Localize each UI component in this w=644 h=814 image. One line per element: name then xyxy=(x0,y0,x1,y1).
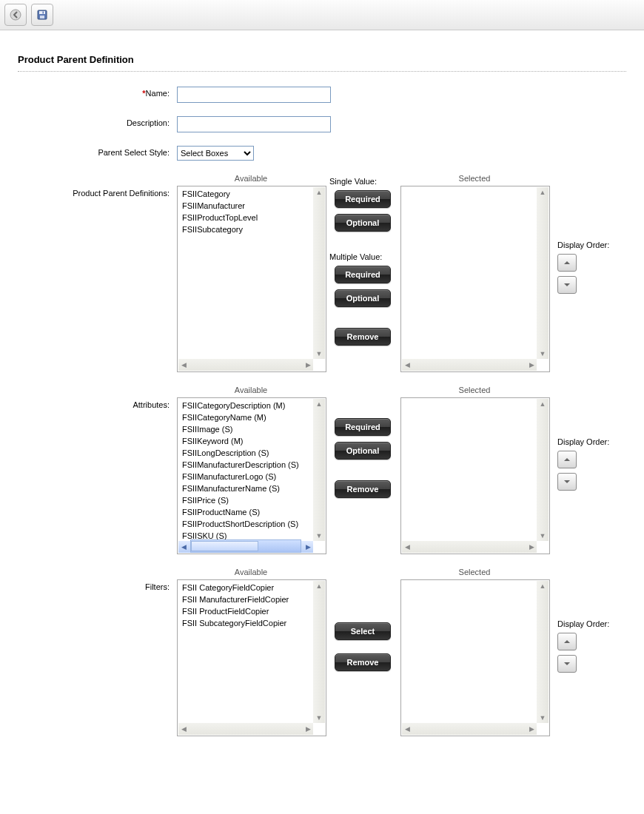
scroll-up-icon[interactable]: ▲ xyxy=(314,187,324,198)
filters-selected-list[interactable]: ▲▼ ◀▶ xyxy=(400,579,550,736)
ppd-order-up-button[interactable] xyxy=(557,254,577,272)
scroll-down-icon[interactable]: ▼ xyxy=(537,349,548,359)
list-item[interactable]: FSIIKeyword (M) xyxy=(182,435,312,447)
ppd-multi-optional-button[interactable]: Optional xyxy=(335,289,391,307)
attributes-available-title: Available xyxy=(177,386,325,394)
scrollbar-v[interactable]: ▲▼ xyxy=(537,581,549,723)
filters-available-title: Available xyxy=(177,568,325,576)
scroll-down-icon[interactable]: ▼ xyxy=(537,531,548,541)
list-item[interactable]: FSII CategoryFieldCopier xyxy=(182,582,312,593)
scroll-right-icon[interactable]: ▶ xyxy=(303,542,313,552)
scroll-right-icon[interactable]: ▶ xyxy=(303,724,313,734)
back-button[interactable] xyxy=(4,4,27,26)
filters-order-up-button[interactable] xyxy=(557,633,577,650)
scroll-down-icon[interactable]: ▼ xyxy=(314,531,324,541)
scroll-up-icon[interactable]: ▲ xyxy=(314,399,324,409)
scroll-left-icon[interactable]: ◀ xyxy=(402,360,412,370)
scrollbar-h[interactable]: ◀▶ xyxy=(178,359,313,371)
ppd-selected-title: Selected xyxy=(400,174,549,183)
chevron-down-icon xyxy=(563,478,571,485)
filters-select-button[interactable]: Select xyxy=(335,622,391,640)
list-item[interactable]: FSIICategoryDescription (M) xyxy=(182,400,312,411)
scroll-down-icon[interactable]: ▼ xyxy=(314,349,324,359)
scrollbar-v[interactable]: ▲▼ xyxy=(537,399,549,541)
list-item[interactable]: FSIIManufacturerDescription (S) xyxy=(182,459,312,471)
filters-order-col: Display Order: xyxy=(557,568,609,677)
ppd-multi-required-button[interactable]: Required xyxy=(335,266,391,283)
display-order-label: Display Order: xyxy=(557,437,609,446)
scroll-left-icon[interactable]: ◀ xyxy=(178,724,189,734)
ppd-single-optional-button[interactable]: Optional xyxy=(335,214,391,232)
list-item[interactable]: FSIIManufacturerLogo (S) xyxy=(182,471,312,482)
scroll-down-icon[interactable]: ▼ xyxy=(314,713,324,723)
parent-select-style-select[interactable]: Select Boxes xyxy=(177,146,254,161)
scroll-up-icon[interactable]: ▲ xyxy=(537,399,548,409)
attributes-selected-list[interactable]: ▲▼ ◀▶ xyxy=(400,397,550,554)
label-attributes: Attributes: xyxy=(18,386,177,409)
list-item[interactable]: FSIIManufacturerName (S) xyxy=(182,482,312,494)
label-filters: Filters: xyxy=(18,568,177,591)
scroll-up-icon[interactable]: ▲ xyxy=(537,581,548,591)
attributes-order-down-button[interactable] xyxy=(557,473,577,491)
list-item[interactable]: FSIIProductShortDescription (S) xyxy=(182,518,312,530)
scrollbar-h[interactable]: ◀▶ xyxy=(178,723,313,735)
attributes-optional-button[interactable]: Optional xyxy=(335,442,391,460)
filters-order-down-button[interactable] xyxy=(557,655,577,673)
scroll-right-icon[interactable]: ▶ xyxy=(303,360,313,370)
name-input[interactable] xyxy=(177,87,331,103)
attributes-available-col: Available FSIICategoryDescription (M)FSI… xyxy=(177,386,325,554)
scrollbar-h[interactable]: ◀▶ xyxy=(402,359,537,371)
list-item[interactable]: FSIIProductTopLevel xyxy=(182,212,312,223)
list-item[interactable]: FSII ProductFieldCopier xyxy=(182,605,312,617)
filters-available-list[interactable]: FSII CategoryFieldCopierFSII Manufacture… xyxy=(177,579,326,736)
label-description: Description: xyxy=(18,116,177,127)
scroll-down-icon[interactable]: ▼ xyxy=(537,713,548,723)
ppd-available-list[interactable]: FSIICategoryFSIIManufacturerFSIIProductT… xyxy=(177,186,326,372)
ppd-remove-button[interactable]: Remove xyxy=(335,328,391,346)
chevron-up-icon xyxy=(563,638,571,645)
ppd-available-col: Available FSIICategoryFSIIManufacturerFS… xyxy=(177,174,325,372)
row-attributes: Attributes: Available FSIICategoryDescri… xyxy=(18,386,626,554)
scroll-up-icon[interactable]: ▲ xyxy=(314,581,324,591)
attributes-available-list[interactable]: FSIICategoryDescription (M)FSIICategoryN… xyxy=(177,397,326,554)
scrollbar-h[interactable]: ◀▶ xyxy=(402,541,537,553)
scrollbar-h-track[interactable] xyxy=(190,539,301,553)
ppd-order-down-button[interactable] xyxy=(557,276,577,294)
attributes-remove-button[interactable]: Remove xyxy=(335,480,391,498)
scroll-left-icon[interactable]: ◀ xyxy=(178,542,189,552)
list-item[interactable]: FSII ManufacturerFieldCopier xyxy=(182,593,312,605)
list-item[interactable]: FSII SubcategoryFieldCopier xyxy=(182,617,312,629)
description-input[interactable] xyxy=(177,116,331,132)
scrollbar-v[interactable]: ▲▼ xyxy=(537,187,549,359)
ppd-selected-list[interactable]: ▲▼ ◀▶ xyxy=(400,186,550,372)
list-item[interactable]: FSIICategoryName (M) xyxy=(182,411,312,423)
list-item[interactable]: FSIIManufacturer xyxy=(182,200,312,212)
scroll-up-icon[interactable]: ▲ xyxy=(537,187,548,198)
scroll-left-icon[interactable]: ◀ xyxy=(178,360,189,370)
list-item[interactable]: FSIIProductName (S) xyxy=(182,506,312,518)
display-order-label: Display Order: xyxy=(557,619,609,628)
scrollbar-h[interactable]: ◀▶ xyxy=(402,723,537,735)
scroll-left-icon[interactable]: ◀ xyxy=(402,542,412,552)
filters-remove-button[interactable]: Remove xyxy=(335,653,391,671)
scrollbar-v[interactable]: ▲▼ xyxy=(313,399,325,541)
scroll-right-icon[interactable]: ▶ xyxy=(526,360,537,370)
attributes-required-button[interactable]: Required xyxy=(335,418,391,436)
list-item[interactable]: FSIILongDescription (S) xyxy=(182,447,312,459)
list-item[interactable]: FSIISubcategory xyxy=(182,223,312,235)
scrollbar-v[interactable]: ▲▼ xyxy=(313,581,325,723)
scroll-left-icon[interactable]: ◀ xyxy=(402,724,412,734)
chevron-down-icon xyxy=(563,281,571,289)
attributes-order-up-button[interactable] xyxy=(557,451,577,468)
scroll-right-icon[interactable]: ▶ xyxy=(526,724,537,734)
scrollbar-v[interactable]: ▲▼ xyxy=(313,187,325,359)
svg-point-0 xyxy=(10,10,21,20)
scrollbar-h-thumb[interactable] xyxy=(191,541,258,551)
list-item[interactable]: FSIICategory xyxy=(182,188,312,200)
save-button[interactable] xyxy=(31,4,53,26)
scroll-right-icon[interactable]: ▶ xyxy=(526,542,537,552)
label-name-text: Name: xyxy=(146,89,170,98)
list-item[interactable]: FSIIImage (S) xyxy=(182,423,312,435)
ppd-single-required-button[interactable]: Required xyxy=(335,190,391,208)
list-item[interactable]: FSIIPrice (S) xyxy=(182,494,312,506)
